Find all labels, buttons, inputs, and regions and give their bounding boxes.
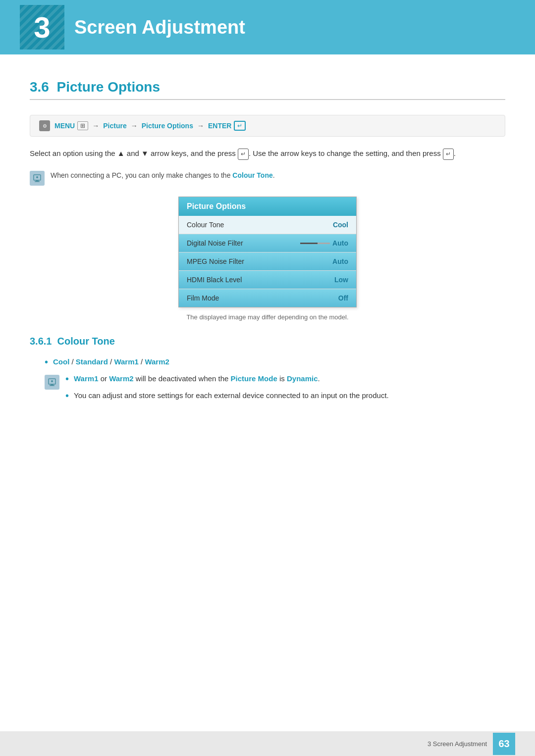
bullet-dot-3: • xyxy=(65,390,69,402)
pc-note-row: When connecting a PC, you can only make … xyxy=(30,170,505,186)
note-bullet-2-text: You can adjust and store settings for ea… xyxy=(74,390,389,402)
svg-rect-5 xyxy=(51,384,54,385)
options-text: Cool / Standard / Warm1 / Warm2 xyxy=(53,356,169,368)
section-number: 3.6 xyxy=(30,79,49,95)
enter-icon: ↵ xyxy=(234,121,246,131)
menu-row-digital-noise: Digital Noise Filter Auto xyxy=(179,234,356,252)
bullet-dot-1: • xyxy=(45,356,48,368)
colour-tone-highlight: Colour Tone xyxy=(232,171,272,179)
mpeg-noise-label: MPEG Noise Filter xyxy=(187,257,244,265)
arrow-3: → xyxy=(197,122,204,130)
menu-bracket-icon: ⊞ xyxy=(77,121,88,130)
enter-key-icon-1: ↵ xyxy=(238,149,249,160)
chapter-number-box: 3 xyxy=(20,5,64,50)
picture-options-label: Picture Options xyxy=(142,122,193,130)
svg-rect-1 xyxy=(36,180,39,181)
bullet-dot-2: • xyxy=(65,373,69,385)
colour-tone-label: Colour Tone xyxy=(187,221,224,229)
footer: 3 Screen Adjustment 63 xyxy=(0,731,535,756)
svg-point-3 xyxy=(36,176,38,178)
menu-title-bar: Picture Options xyxy=(179,197,356,216)
menu-row-colour-tone: Colour Tone Cool xyxy=(179,216,356,234)
menu-title: Picture Options xyxy=(187,202,246,210)
note-bullet-1: • Warm1 or Warm2 will be deactivated whe… xyxy=(65,373,389,385)
enter-key-icon-2: ↵ xyxy=(443,149,454,160)
enter-label: ENTER xyxy=(208,122,231,130)
note-bullets-list: • Warm1 or Warm2 will be deactivated whe… xyxy=(65,373,389,406)
slider-track xyxy=(300,243,330,244)
mpeg-noise-value: Auto xyxy=(332,257,348,265)
chapter-number: 3 xyxy=(34,10,50,45)
digital-noise-label: Digital Noise Filter xyxy=(187,239,243,247)
film-mode-value: Off xyxy=(338,294,348,302)
svg-rect-6 xyxy=(50,385,54,386)
slider-area: Auto xyxy=(300,239,348,247)
note-bullets-row: • Warm1 or Warm2 will be deactivated whe… xyxy=(45,373,505,406)
arrow-2: → xyxy=(131,122,138,130)
main-content: 3.6 Picture Options ⚙ MENU ⊞ → Picture →… xyxy=(0,54,535,449)
body-text: Select an option using the ▲ and ▼ arrow… xyxy=(30,148,505,160)
menu-row-mpeg-noise: MPEG Noise Filter Auto xyxy=(179,252,356,271)
picture-label: Picture xyxy=(103,122,126,130)
film-mode-label: Film Mode xyxy=(187,294,219,302)
svg-point-7 xyxy=(51,380,53,382)
section-heading: 3.6 Picture Options xyxy=(30,79,505,100)
nav-breadcrumb: ⚙ MENU ⊞ → Picture → Picture Options → E… xyxy=(30,115,505,137)
footer-text: 3 Screen Adjustment xyxy=(428,740,487,748)
picture-options-menu: Picture Options Colour Tone Cool Digital… xyxy=(178,197,357,307)
menu-row-film-mode: Film Mode Off xyxy=(179,289,356,307)
menu-caption: The displayed image may differ depending… xyxy=(30,313,505,321)
chapter-header: 3 Screen Adjustment xyxy=(0,0,535,54)
note-icon-1 xyxy=(30,171,45,186)
menu-label: MENU xyxy=(54,122,75,130)
hdmi-black-value: Low xyxy=(334,276,348,284)
options-bullet-list: • Cool / Standard / Warm1 / Warm2 xyxy=(45,356,505,368)
svg-rect-2 xyxy=(35,181,40,182)
arrow-1: → xyxy=(92,122,99,130)
note-icon-2 xyxy=(45,375,59,390)
note-bullet-2: • You can adjust and store settings for … xyxy=(65,390,389,402)
hdmi-black-label: HDMI Black Level xyxy=(187,276,242,284)
menu-icon: ⚙ xyxy=(39,120,50,131)
chapter-title: Screen Adjustment xyxy=(74,17,245,38)
footer-page-number: 63 xyxy=(493,733,515,755)
options-bullet-item: • Cool / Standard / Warm1 / Warm2 xyxy=(45,356,505,368)
subsection-number: 3.6.1 xyxy=(30,336,52,347)
section-title: Picture Options xyxy=(57,79,160,95)
subsection-heading: 3.6.1 Colour Tone xyxy=(30,336,505,347)
colour-tone-value: Cool xyxy=(333,221,348,229)
digital-noise-value: Auto xyxy=(332,239,348,247)
note-bullet-1-text: Warm1 or Warm2 will be deactivated when … xyxy=(74,373,320,385)
menu-row-hdmi-black: HDMI Black Level Low xyxy=(179,271,356,289)
pc-note-text: When connecting a PC, you can only make … xyxy=(51,170,275,181)
slider-fill xyxy=(300,243,318,244)
subsection-title: Colour Tone xyxy=(57,336,115,347)
